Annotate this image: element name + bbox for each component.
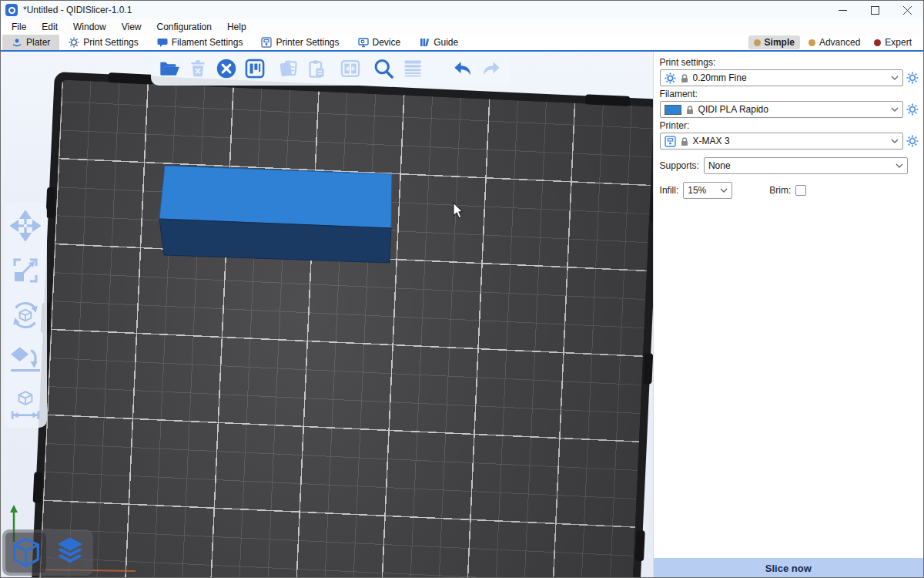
menu-window[interactable]: Window [65, 20, 114, 34]
z-axis-arrowhead-icon [10, 505, 18, 512]
menu-edit[interactable]: Edit [34, 20, 65, 34]
lock-icon [685, 105, 695, 115]
window-controls [826, 1, 923, 19]
mode-label: Simple [765, 37, 795, 48]
layer-height-button[interactable] [400, 55, 424, 82]
supports-value: None [708, 160, 892, 171]
bed-grid-surface [32, 79, 653, 578]
mode-advanced[interactable]: Advanced [803, 35, 865, 49]
tab-label: Printer Settings [276, 37, 339, 48]
place-on-face-tool-button[interactable] [8, 343, 42, 377]
gear-icon [665, 72, 676, 84]
chevron-down-icon [891, 76, 899, 80]
title-bar: *Untitled - QIDISlicer-1.0.1 [1, 1, 923, 19]
cube-3d-icon [9, 536, 43, 570]
close-icon[interactable] [891, 1, 923, 19]
plater-icon [12, 37, 22, 48]
lock-icon [680, 136, 689, 146]
printer-gear-button[interactable] [906, 135, 919, 147]
bed-clip [635, 530, 645, 561]
scale-tool-button[interactable] [8, 254, 42, 287]
chevron-down-icon [896, 163, 903, 168]
undo-button[interactable] [450, 55, 474, 82]
printer-combo[interactable]: X-MAX 3 [660, 133, 903, 150]
tab-guide[interactable]: Guide [410, 35, 467, 50]
paste-button[interactable] [305, 55, 329, 82]
slice-now-button[interactable]: Slice now [654, 558, 923, 578]
split-button[interactable] [339, 55, 363, 82]
search-button[interactable] [372, 55, 396, 82]
tab-label: Filament Settings [172, 37, 243, 48]
menu-configuration[interactable]: Configuration [149, 20, 219, 34]
tab-filament-settings[interactable]: Filament Settings [148, 35, 253, 50]
editor-view-button[interactable] [5, 533, 46, 573]
tab-label: Guide [434, 37, 458, 48]
arrange-icon [244, 58, 266, 79]
settings-panel: Print settings: 0.20mm Fine Filament: QI… [653, 52, 923, 578]
menu-file[interactable]: File [4, 20, 34, 34]
tab-plater[interactable]: Plater [2, 35, 59, 50]
open-folder-icon [159, 58, 180, 79]
layers-lines-icon [402, 58, 424, 79]
move-icon [10, 210, 41, 241]
view-toggle-panel [2, 529, 93, 576]
lock-icon [680, 73, 689, 83]
bed-clip [33, 472, 43, 502]
brim-checkbox[interactable] [795, 185, 806, 196]
open-button[interactable] [157, 55, 181, 82]
arrange-button[interactable] [243, 55, 267, 82]
print-settings-gear-button[interactable] [906, 72, 919, 84]
3d-viewport[interactable] [1, 52, 653, 578]
delete-all-button[interactable] [215, 55, 239, 82]
tab-bar: Plater Print Settings Filament Settings … [1, 35, 923, 52]
mode-label: Expert [885, 37, 912, 48]
measure-tool-button[interactable] [8, 388, 42, 422]
filament-gear-button[interactable] [906, 103, 919, 116]
print-settings-combo[interactable]: 0.20mm Fine [660, 69, 903, 86]
tab-label: Print Settings [83, 37, 138, 48]
minimize-icon[interactable] [826, 1, 859, 19]
tab-label: Plater [26, 37, 50, 48]
printer-value: X-MAX 3 [693, 136, 887, 146]
menu-view[interactable]: View [114, 20, 149, 34]
printer-label: Printer: [660, 120, 919, 131]
bed-clip [585, 94, 631, 106]
advanced-dot-icon [808, 39, 815, 46]
tab-printer-settings[interactable]: Printer Settings [252, 35, 348, 50]
print-bed[interactable] [23, 72, 652, 578]
scale-icon [10, 255, 41, 286]
filament-icon [157, 37, 168, 48]
tab-print-settings[interactable]: Print Settings [59, 35, 147, 50]
paste-icon [306, 59, 327, 79]
filament-color-swatch [665, 105, 681, 115]
mode-simple[interactable]: Simple [748, 35, 800, 49]
main-area: Print settings: 0.20mm Fine Filament: QI… [1, 52, 923, 578]
preview-view-button[interactable] [49, 533, 90, 573]
qidislicer-window: { "window": { "title": "*Untitled - QIDI… [0, 0, 924, 578]
copy-icon [278, 59, 299, 79]
printer-icon [665, 136, 676, 147]
window-title: *Untitled - QIDISlicer-1.0.1 [23, 5, 132, 15]
rotate-tool-button[interactable] [8, 298, 42, 332]
bed-clip [643, 353, 652, 384]
measure-icon [9, 388, 42, 421]
copy-button[interactable] [276, 55, 300, 82]
place-on-face-icon [9, 344, 42, 376]
print-settings-label: Print settings: [660, 57, 919, 68]
gizmo-toolbar [4, 203, 47, 428]
tab-device[interactable]: Device [349, 35, 410, 50]
filament-combo[interactable]: QIDI PLA Rapido [660, 101, 903, 118]
menu-help[interactable]: Help [219, 20, 254, 34]
delete-button[interactable] [186, 55, 209, 82]
filament-value: QIDI PLA Rapido [698, 104, 887, 115]
redo-arrow-icon [480, 57, 503, 80]
redo-button[interactable] [480, 55, 504, 82]
gear-icon [69, 37, 79, 48]
infill-value: 15% [688, 185, 717, 196]
bed-clip [45, 187, 55, 218]
mode-expert[interactable]: Expert [869, 35, 917, 49]
move-tool-button[interactable] [8, 209, 42, 243]
maximize-icon[interactable] [859, 1, 891, 19]
supports-combo[interactable]: None [704, 157, 908, 174]
infill-combo[interactable]: 15% [683, 182, 732, 199]
